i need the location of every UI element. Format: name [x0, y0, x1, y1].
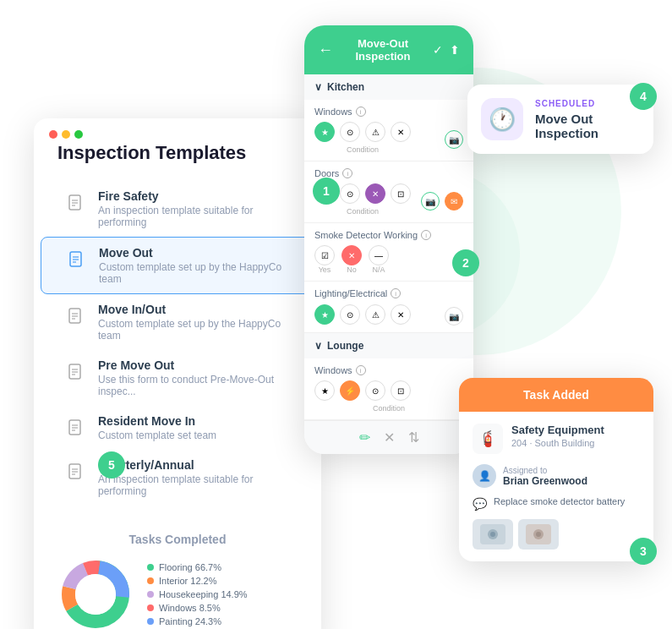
rating-buttons-lighting: ★ ⊙ ⚠ ✕ [314, 304, 411, 325]
scheduled-panel: 🕐 SCHEDULED Move Out Inspection [467, 85, 653, 154]
minimize-dot [62, 130, 70, 139]
item-windows-kitchen: Windows i ★ ⊙ ⚠ ✕ Condition 📷 [304, 100, 473, 161]
template-item-resident-move-in[interactable]: Resident Move In Custom template set tea… [41, 406, 314, 450]
lounge-warn[interactable]: ⊙ [365, 380, 385, 401]
donut-chart [57, 556, 134, 629]
template-item-move-in-out[interactable]: Move In/Out Custom template set up by th… [41, 294, 314, 350]
note-icon: 💬 [473, 497, 487, 511]
task-photos [473, 519, 640, 550]
rating-bad-d[interactable]: ⊡ [391, 183, 411, 204]
action-buttons: 📷 [445, 130, 463, 149]
scheduled-title: Move Out Inspection [535, 112, 640, 140]
template-item-pre-move-out[interactable]: Pre Move Out Use this form to conduct Pr… [41, 350, 314, 406]
photo-thumb-1 [473, 519, 513, 550]
avatar: 👤 [473, 464, 496, 488]
action-buttons-3: 📷 [445, 307, 463, 325]
task-name: Safety Equipment [511, 424, 604, 436]
task-added-panel: Task Added 🧯 Safety Equipment 204 · Sout… [459, 378, 653, 561]
lounge-ok[interactable]: ⚡ [340, 380, 360, 401]
task-note: 💬 Replace smoke detector battery [473, 496, 640, 511]
template-item-move-out[interactable]: Move Out Custom template set up by the H… [41, 237, 314, 294]
rating-ok-d[interactable]: ⊙ [340, 183, 360, 204]
template-text-3: Move In/Out Custom template set up by th… [98, 303, 291, 342]
legend-windows: Windows 8.5% [147, 603, 248, 613]
template-doc-icon-2 [65, 248, 89, 271]
lighting-ok[interactable]: ⊙ [340, 304, 360, 325]
template-doc-icon [64, 191, 88, 215]
lighting-bad[interactable]: ✕ [391, 304, 411, 325]
lounge-bad[interactable]: ⊡ [391, 380, 411, 401]
mobile-header: ← Move-Out Inspection ✓ ⬆ [304, 25, 473, 74]
rating-warn[interactable]: ⚠ [365, 122, 385, 142]
camera-icon[interactable]: 📷 [445, 130, 463, 149]
smoke-yes[interactable]: ☑ [314, 245, 335, 265]
lighting-good[interactable]: ★ [314, 304, 335, 325]
badge-5: 5 [98, 451, 125, 479]
condition-label-3: Condition [314, 404, 463, 413]
rating-bad[interactable]: ✕ [391, 122, 411, 142]
item-windows-lounge: Windows i ★ ⚡ ⊙ ⊡ Condition [304, 358, 473, 420]
assigned-name: Brian Greenwood [503, 475, 587, 487]
clock-icon-wrap: 🕐 [481, 98, 523, 140]
mobile-bottom-bar: ✏ ✕ ⇅ [304, 420, 473, 454]
back-button[interactable]: ← [318, 41, 333, 59]
rating-buttons-windows: ★ ⊙ ⚠ ✕ [314, 122, 411, 142]
note-text: Replace smoke detector battery [494, 496, 625, 506]
share-icon[interactable]: ⬆ [450, 43, 460, 57]
templates-title: Inspection Templates [57, 142, 246, 164]
legend-dot [147, 591, 154, 598]
clock-icon: 🕐 [489, 107, 516, 133]
tasks-completed-title: Tasks Completed [57, 533, 298, 546]
check-circle-icon[interactable]: ✓ [433, 43, 443, 57]
badge-2: 2 [452, 249, 479, 276]
photo-thumb-2 [518, 519, 559, 550]
item-smoke-detector: Smoke Detector Working i ☑ Yes ✕ No — N/… [304, 223, 473, 282]
svg-point-36 [536, 532, 541, 537]
close-icon[interactable]: ✕ [384, 429, 395, 446]
action-buttons-2: 📷 ✉ [421, 192, 463, 211]
legend-dot [147, 604, 154, 611]
task-main-row: 🧯 Safety Equipment 204 · South Building [473, 424, 640, 454]
inspection-templates-panel: Inspection Templates Fire Safety An insp… [34, 118, 321, 629]
condition-label: Condition [314, 145, 411, 154]
task-body: 🧯 Safety Equipment 204 · South Building … [459, 412, 653, 561]
svg-point-33 [490, 532, 495, 537]
lounge-good[interactable]: ★ [314, 380, 335, 401]
window-controls [49, 130, 83, 139]
info-icon-4: i [391, 288, 401, 298]
chevron-icon-2: ∨ [314, 340, 322, 352]
camera-icon-2[interactable]: 📷 [421, 192, 440, 211]
lighting-warn[interactable]: ⚠ [365, 304, 385, 325]
template-item-quarterly[interactable]: Quarterly/Annual An inspection template … [41, 450, 314, 506]
legend-housekeeping: Housekeeping 14.9% [147, 589, 248, 599]
mobile-title: Move-Out Inspection [340, 37, 426, 63]
legend-dot [147, 564, 154, 571]
sort-icon[interactable]: ⇅ [408, 429, 419, 446]
legend-dot [147, 618, 154, 625]
section-kitchen[interactable]: ∨ Kitchen [304, 74, 473, 100]
legend-flooring: Flooring 66.7% [147, 562, 248, 572]
message-icon[interactable]: ✉ [445, 192, 463, 211]
rating-good[interactable]: ★ [314, 122, 335, 142]
expand-dot [74, 130, 83, 139]
template-doc-icon-6 [64, 460, 88, 484]
templates-header: Inspection Templates [34, 142, 321, 181]
section-lounge[interactable]: ∨ Lounge [304, 333, 473, 358]
info-icon-5: i [356, 365, 366, 375]
chevron-icon: ∨ [314, 81, 322, 93]
badge-4: 4 [630, 83, 657, 110]
template-item-fire-safety[interactable]: Fire Safety An inspection template suita… [41, 181, 314, 237]
template-list: Fire Safety An inspection template suita… [34, 181, 321, 506]
tasks-completed-section: Tasks Completed [34, 519, 321, 629]
smoke-na[interactable]: — [369, 245, 389, 265]
task-assigned: 👤 Assigned to Brian Greenwood [473, 464, 640, 488]
smoke-no[interactable]: ✕ [341, 245, 362, 265]
smoke-rating-row: ☑ Yes ✕ No — N/A [314, 245, 463, 274]
template-text-4: Pre Move Out Use this form to conduct Pr… [98, 358, 291, 397]
badge-1: 1 [313, 178, 340, 205]
edit-icon[interactable]: ✏ [359, 429, 370, 446]
camera-icon-3[interactable]: 📷 [445, 307, 463, 325]
mobile-inspection-panel: ← Move-Out Inspection ✓ ⬆ ∨ Kitchen Wind… [304, 25, 473, 454]
rating-ok[interactable]: ⊙ [340, 122, 360, 142]
rating-warn-d[interactable]: ✕ [365, 183, 385, 204]
